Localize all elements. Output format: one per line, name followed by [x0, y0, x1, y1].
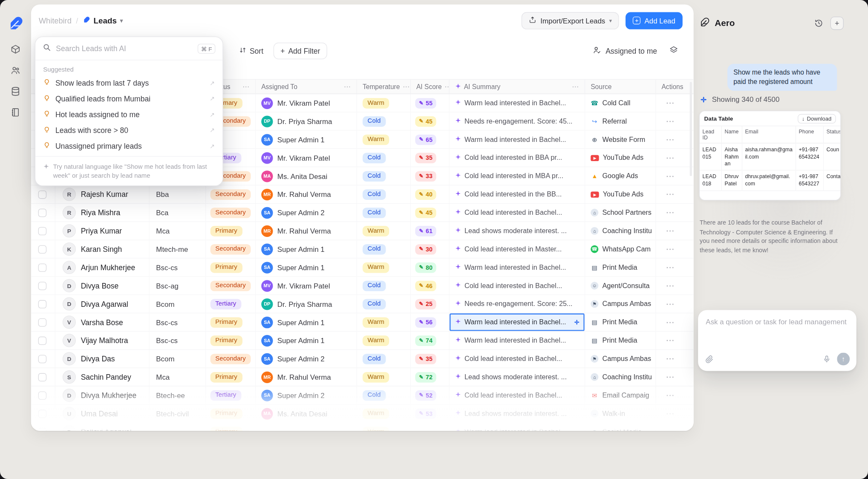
row-actions-button[interactable]: ⋯ — [656, 240, 693, 258]
ai-summary-cell[interactable]: Needs re-engagement. Score: 25... — [450, 295, 585, 313]
row-checkbox[interactable] — [38, 227, 46, 235]
row-actions-button[interactable]: ⋯ — [656, 149, 693, 167]
ai-score-badge[interactable]: ✎56 — [415, 317, 436, 328]
ai-summary-cell[interactable]: Cold lead interested in Bachel... — [450, 277, 585, 295]
row-actions-button[interactable]: ⋯ — [656, 387, 693, 404]
add-filter-button[interactable]: + Add Filter — [273, 43, 327, 59]
row-actions-button[interactable]: ⋯ — [656, 277, 693, 295]
table-row[interactable]: UUma DesaiBtech-civilPrimaryMAMs. Anita … — [31, 405, 694, 423]
new-chat-button[interactable]: + — [831, 17, 844, 30]
row-actions-button[interactable]: ⋯ — [656, 204, 693, 222]
ai-summary-cell[interactable]: Lead shows moderate interest. ... — [450, 368, 585, 386]
ai-summary-cell[interactable]: Lead shows moderate interest. ... — [450, 222, 585, 240]
row-checkbox[interactable] — [38, 263, 46, 271]
ai-score-badge[interactable]: ✎35 — [415, 353, 436, 364]
row-actions-button[interactable]: ⋯ — [656, 423, 693, 431]
ai-score-badge[interactable]: ✎30 — [415, 244, 436, 254]
row-checkbox[interactable] — [38, 373, 46, 381]
assigned-to-me-filter[interactable]: Assigned to me — [593, 46, 657, 56]
row-checkbox[interactable] — [38, 208, 46, 216]
chat-input[interactable] — [706, 318, 848, 326]
table-scrollbar[interactable] — [690, 82, 692, 176]
ai-summary-cell[interactable]: Cold lead interested in MBA pr... — [450, 167, 585, 185]
column-menu-icon[interactable]: ⋯ — [403, 83, 410, 91]
ai-score-badge[interactable]: ✎61 — [415, 225, 436, 236]
row-actions-button[interactable]: ⋯ — [656, 113, 693, 130]
ai-score-badge[interactable]: ✎80 — [415, 262, 436, 273]
table-row[interactable]: VVarsha BoseBsc-csPrimarySASuper Admin 1… — [31, 313, 694, 332]
table-row[interactable]: DDivya BoseBsc-agSecondaryMVMr. Vikram P… — [31, 277, 694, 295]
ai-summary-cell[interactable]: Warm lead interested in Bachel... — [450, 313, 585, 331]
ai-summary-cell[interactable]: Cold lead interested in Bachel... — [450, 350, 585, 368]
ai-score-badge[interactable]: ✎45 — [415, 116, 436, 127]
ai-summary-cell[interactable]: Needs re-engagement. Score: 45... — [450, 113, 585, 130]
attachment-button[interactable] — [705, 355, 713, 363]
table-row[interactable]: DDivya AgarwalBcomTertiaryDPDr. Priya Sh… — [31, 295, 694, 313]
row-actions-button[interactable]: ⋯ — [656, 313, 693, 331]
ai-summary-cell[interactable]: Lead shows moderate interest. ... — [450, 405, 585, 423]
ai-summary-cell[interactable]: Warm lead interested in Bachel... — [450, 131, 585, 149]
row-checkbox[interactable] — [38, 428, 46, 431]
row-actions-button[interactable]: ⋯ — [656, 295, 693, 313]
ai-score-badge[interactable]: ✎53 — [415, 408, 436, 419]
table-row[interactable]: SSachin PandeyMcaPrimaryMRMr. Rahul Verm… — [31, 368, 694, 387]
row-actions-button[interactable]: ⋯ — [656, 368, 693, 386]
sort-button[interactable]: Sort — [239, 46, 263, 55]
table-row[interactable]: RRiya MishraBcaSecondarySASuper Admin 2C… — [31, 204, 694, 222]
row-checkbox[interactable] — [38, 190, 46, 198]
ai-summary-cell[interactable]: Warm lead interested in Bachel... — [450, 332, 585, 349]
table-row[interactable]: DDivya DasBcomSecondarySASuper Admin 2Co… — [31, 350, 694, 368]
column-menu-icon[interactable]: ⋯ — [242, 83, 250, 91]
ai-score-badge[interactable]: ✎35 — [415, 153, 436, 163]
add-lead-button[interactable]: + Add Lead — [626, 12, 682, 29]
table-row[interactable]: KKaran SinghMtech-meSecondarySASuper Adm… — [31, 240, 694, 259]
search-input[interactable] — [56, 44, 193, 52]
import-export-button[interactable]: Import/Export Leads ▾ — [522, 12, 619, 29]
row-checkbox[interactable] — [38, 336, 46, 344]
table-row[interactable]: PPriya KumarMcaPrimaryMRMr. Rahul VermaW… — [31, 222, 694, 240]
ai-score-badge[interactable]: ✎46 — [415, 280, 436, 291]
ai-summary-cell[interactable]: Cold lead interested in Bachel... — [450, 204, 585, 222]
column-menu-icon[interactable]: ⋯ — [444, 83, 450, 91]
ai-score-badge[interactable]: ✎40 — [415, 189, 436, 200]
microphone-button[interactable] — [822, 355, 831, 363]
row-actions-button[interactable]: ⋯ — [656, 222, 693, 240]
search-suggestion-item[interactable]: Unassigned primary leads↗ — [35, 139, 222, 154]
row-checkbox[interactable] — [38, 391, 46, 399]
row-checkbox[interactable] — [38, 410, 46, 418]
column-menu-icon[interactable]: ⋯ — [344, 83, 351, 91]
ai-score-badge[interactable]: ✎65 — [415, 134, 436, 145]
table-row[interactable]: PPallavi AgarwalPrimaryWarmWarm lead int… — [31, 423, 694, 431]
row-actions-button[interactable]: ⋯ — [656, 185, 693, 203]
ai-score-badge[interactable]: ✎25 — [415, 299, 436, 309]
search-suggestion-item[interactable]: Qualified leads from Mumbai↗ — [35, 91, 222, 107]
ai-score-badge[interactable]: ✎52 — [415, 390, 436, 401]
view-options-button[interactable] — [669, 46, 678, 57]
download-button[interactable]: ↓ Download — [797, 114, 836, 123]
row-actions-button[interactable]: ⋯ — [656, 350, 693, 368]
rail-box-icon[interactable] — [11, 44, 20, 54]
column-menu-icon[interactable]: ⋯ — [572, 83, 579, 91]
row-checkbox[interactable] — [38, 318, 46, 326]
ai-score-badge[interactable]: ✎33 — [415, 171, 436, 182]
ai-score-badge[interactable]: ✎45 — [415, 208, 436, 218]
ai-summary-cell[interactable]: Warm lead interested in Bachel... — [450, 259, 585, 277]
ai-score-badge[interactable]: ✎55 — [415, 98, 436, 108]
ai-summary-cell[interactable]: Cold lead interested in BBA pr... — [450, 149, 585, 167]
ai-score-badge[interactable]: ✎74 — [415, 335, 436, 346]
row-checkbox[interactable] — [38, 282, 46, 290]
table-row[interactable]: RRajesh KumarBbaSecondaryMRMr. Rahul Ver… — [31, 185, 694, 204]
breadcrumb-app[interactable]: Whitebird — [39, 16, 72, 25]
rail-notebook-icon[interactable] — [11, 107, 20, 117]
ai-summary-cell[interactable]: Cold lead interested in Bachel... — [450, 387, 585, 404]
ai-summary-cell[interactable]: Cold lead interested in Master... — [450, 240, 585, 258]
ai-score-badge[interactable]: ✎72 — [415, 372, 436, 382]
leads-dropdown[interactable]: Leads ▾ — [83, 16, 123, 25]
send-button[interactable]: ↑ — [837, 353, 850, 366]
table-row[interactable]: DDivya MukherjeeBtech-eeTertiarySASuper … — [31, 387, 694, 405]
rail-database-icon[interactable] — [11, 87, 20, 96]
search-suggestion-item[interactable]: Show leads from last 7 days↗ — [35, 75, 222, 91]
ai-summary-cell[interactable]: Warm lead interested in Bachel... — [450, 423, 585, 431]
row-actions-button[interactable]: ⋯ — [656, 131, 693, 149]
search-suggestion-item[interactable]: Leads with score > 80↗ — [35, 123, 222, 139]
